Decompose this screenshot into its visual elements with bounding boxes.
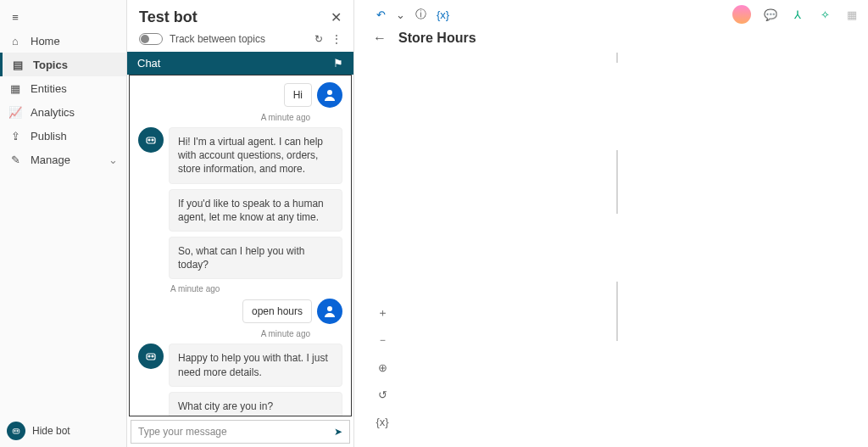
bot-avatar-icon <box>138 127 164 153</box>
zoom-out-icon[interactable]: － <box>375 332 390 348</box>
svg-point-10 <box>17 430 19 432</box>
nav-entities[interactable]: ▦Entities <box>0 76 126 100</box>
bot-message: If you'd like to speak to a human agent,… <box>169 189 342 232</box>
nav-analytics[interactable]: 📈Analytics <box>0 100 126 124</box>
chevron-down-icon: ⌄ <box>108 154 118 166</box>
flag-icon[interactable]: ⚑ <box>333 57 343 70</box>
bot-message: So, what can I help you with today? <box>169 237 342 279</box>
nav-label: Entities <box>31 82 67 95</box>
bot-message: Hi! I'm a virtual agent. I can help with… <box>169 127 342 184</box>
undo-icon[interactable]: ↶ <box>376 8 386 21</box>
branch-icon[interactable]: ⅄ <box>790 7 805 22</box>
reset-icon[interactable]: ↺ <box>375 387 390 402</box>
send-icon[interactable]: ➤ <box>334 426 342 438</box>
nav-label: Manage <box>31 154 70 166</box>
chat-header: Chat ⚑ <box>127 52 353 75</box>
fx-icon[interactable]: {x} <box>437 8 449 21</box>
user-avatar-icon <box>317 82 342 108</box>
user-avatar-icon <box>317 299 342 324</box>
nav-hamburger[interactable]: ≡ <box>0 5 126 29</box>
nav-publish[interactable]: ⇪Publish <box>0 124 126 148</box>
home-icon: ⌂ <box>8 34 22 47</box>
variables-icon[interactable]: {x} <box>375 414 390 429</box>
analytics-icon: 📈 <box>8 105 22 119</box>
more-icon[interactable]: ⋮ <box>331 33 342 45</box>
timestamp: A minute ago <box>138 329 310 338</box>
svg-point-4 <box>327 306 332 311</box>
user-message: open hours <box>242 299 312 323</box>
bot-icon <box>7 422 25 440</box>
track-toggle[interactable] <box>139 33 163 45</box>
grid-icon[interactable]: ▦ <box>844 7 860 22</box>
left-nav: ≡ ⌂Home ▤Topics ▦Entities 📈Analytics ⇪Pu… <box>0 0 127 447</box>
fit-icon[interactable]: ⊕ <box>375 360 390 375</box>
timestamp: A minute ago <box>138 113 310 122</box>
entities-icon: ▦ <box>8 81 22 95</box>
chevron-down-icon[interactable]: ⌄ <box>396 8 405 21</box>
panel-title: Test bot <box>139 8 198 26</box>
refresh-icon[interactable]: ↻ <box>314 33 323 45</box>
manage-icon: ✎ <box>8 153 22 166</box>
nav-label: Home <box>31 35 60 47</box>
svg-point-9 <box>14 430 16 432</box>
svg-point-0 <box>327 90 332 95</box>
bot-icon[interactable]: ✧ <box>817 7 832 22</box>
timestamp: A minute ago <box>170 284 342 293</box>
chat-input[interactable]: Type your message ➤ <box>131 420 350 444</box>
chat-icon[interactable]: 💬 <box>763 7 778 22</box>
nav-label: Analytics <box>31 106 75 119</box>
nav-label: Topics <box>33 59 68 71</box>
close-icon[interactable]: ✕ <box>331 9 342 25</box>
nav-manage[interactable]: ✎Manage⌄ <box>0 148 126 171</box>
connector-lines <box>354 53 868 358</box>
canvas-tools: ＋ － ⊕ ↺ {x} <box>375 305 390 429</box>
bot-message: Happy to help you with that. I just need… <box>169 344 342 386</box>
authoring-canvas[interactable]: ↶ ⌄ ⓘ {x} 💬 ⅄ ✧ ▦ ← Store Hours ✓ Condit… <box>354 0 868 447</box>
nav-label: Publish <box>31 130 67 142</box>
nav-topics[interactable]: ▤Topics <box>0 53 126 76</box>
user-message: Hi <box>284 83 312 107</box>
input-placeholder: Type your message <box>138 426 227 438</box>
profile-avatar[interactable] <box>732 5 751 24</box>
bot-avatar-icon <box>138 344 164 369</box>
track-label: Track between topics <box>170 33 265 45</box>
chat-title: Chat <box>137 57 160 70</box>
publish-icon: ⇪ <box>8 129 22 142</box>
svg-point-7 <box>152 355 153 357</box>
hide-bot-button[interactable]: Hide bot <box>7 422 70 440</box>
hide-bot-label: Hide bot <box>32 425 70 437</box>
back-arrow-icon[interactable]: ← <box>373 31 387 46</box>
zoom-in-icon[interactable]: ＋ <box>375 305 390 321</box>
bot-message: What city are you in? <box>169 392 342 416</box>
menu-icon: ≡ <box>8 10 22 24</box>
topics-icon: ▤ <box>11 58 25 71</box>
info-icon[interactable]: ⓘ <box>415 7 426 22</box>
svg-point-2 <box>148 139 150 141</box>
svg-point-3 <box>152 139 153 141</box>
svg-point-6 <box>148 355 150 357</box>
test-bot-panel: Test bot ✕ Track between topics ↻ ⋮ Chat… <box>127 0 354 447</box>
topic-title: Store Hours <box>398 31 476 46</box>
nav-home[interactable]: ⌂Home <box>0 29 126 53</box>
chat-body: Hi A minute ago Hi! I'm a virtual agent.… <box>129 75 352 416</box>
